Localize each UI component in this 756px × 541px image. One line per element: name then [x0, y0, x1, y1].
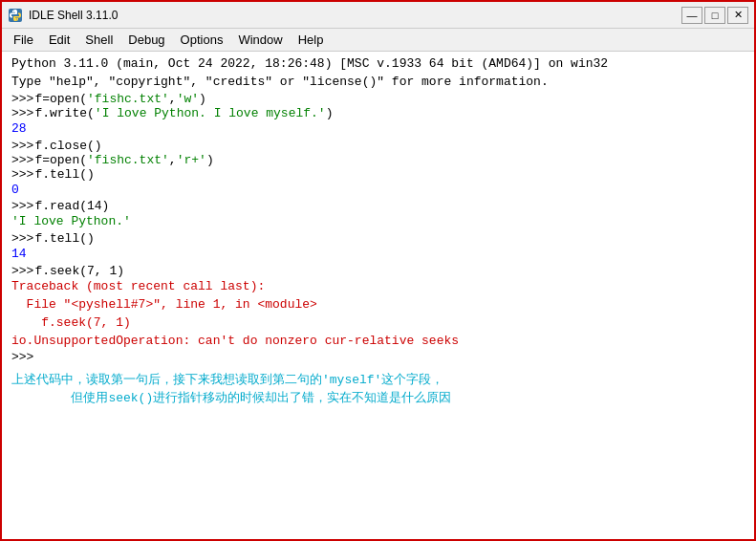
prompt-symbol-8: >>>: [11, 264, 33, 278]
menu-help[interactable]: Help: [291, 32, 332, 48]
prompt-symbol-7: >>>: [11, 231, 33, 246]
menu-file[interactable]: File: [6, 32, 41, 48]
code-3: f.close(): [34, 139, 748, 153]
menu-edit[interactable]: Edit: [41, 32, 77, 48]
shell-content[interactable]: Python 3.11.0 (main, Oct 24 2022, 18:26:…: [2, 52, 754, 539]
menu-debug[interactable]: Debug: [120, 32, 172, 48]
output-14: 14: [11, 246, 748, 264]
prompt-line-1: >>> f=open('fishc.txt','w'): [11, 92, 748, 106]
code-4: f=open('fishc.txt','r+'): [34, 153, 748, 167]
output-string: 'I love Python.': [11, 213, 748, 231]
prompt-line-5: >>> f.tell(): [11, 167, 748, 182]
prompt-symbol-6: >>>: [11, 199, 33, 213]
maximize-button[interactable]: □: [704, 7, 725, 24]
traceback-line3: f.seek(7, 1): [11, 314, 748, 333]
code-empty: [34, 350, 748, 364]
comment-line2: 但使用seek()进行指针移动的时候却出了错，实在不知道是什么原因: [11, 390, 748, 408]
code-6: f.read(14): [34, 199, 748, 213]
traceback-block: Traceback (most recent call last): File …: [11, 278, 748, 350]
prompt-line-3: >>> f.close(): [11, 139, 748, 153]
title-bar-left: IDLE Shell 3.11.0: [8, 8, 118, 23]
python-icon: [8, 8, 23, 23]
intro-line1: Python 3.11.0 (main, Oct 24 2022, 18:26:…: [11, 55, 748, 74]
prompt-line-8: >>> f.seek(7, 1): [11, 264, 748, 278]
prompt-line-2: >>> f.write('I love Python. I love mysel…: [11, 106, 748, 120]
bottom-comment: 上述代码中，读取第一句后，接下来我想读取到第二句的'myself'这个字段， 但…: [11, 372, 748, 408]
window-title: IDLE Shell 3.11.0: [29, 9, 118, 22]
prompt-symbol-3: >>>: [11, 139, 33, 153]
traceback-line4: io.UnsupportedOperation: can't do nonzer…: [11, 333, 748, 351]
prompt-line-4: >>> f=open('fishc.txt','r+'): [11, 153, 748, 167]
traceback-line1: Traceback (most recent call last):: [11, 278, 748, 296]
close-button[interactable]: ✕: [727, 7, 748, 24]
menu-options[interactable]: Options: [173, 32, 231, 48]
minimize-button[interactable]: —: [681, 7, 702, 24]
code-2: f.write('I love Python. I love myself.'): [34, 106, 748, 120]
code-1: f=open('fishc.txt','w'): [34, 92, 748, 106]
prompt-symbol-1: >>>: [11, 92, 33, 106]
prompt-symbol-4: >>>: [11, 153, 33, 167]
code-5: f.tell(): [34, 167, 748, 182]
prompt-line-7: >>> f.tell(): [11, 231, 748, 246]
code-8: f.seek(7, 1): [34, 264, 748, 278]
prompt-symbol-2: >>>: [11, 106, 33, 120]
intro-line2: Type "help", "copyright", "credits" or "…: [11, 74, 748, 92]
main-window: IDLE Shell 3.11.0 — □ ✕ File Edit Shell …: [0, 0, 756, 541]
comment-line1: 上述代码中，读取第一句后，接下来我想读取到第二句的'myself'这个字段，: [11, 372, 748, 390]
output-0: 0: [11, 182, 748, 200]
menu-window[interactable]: Window: [230, 32, 290, 48]
title-bar: IDLE Shell 3.11.0 — □ ✕: [2, 2, 754, 29]
traceback-line2: File "<pyshell#7>", line 1, in <module>: [11, 296, 748, 314]
title-controls: — □ ✕: [681, 7, 748, 24]
menu-bar: File Edit Shell Debug Options Window Hel…: [2, 29, 754, 52]
code-7: f.tell(): [34, 231, 748, 246]
prompt-symbol-5: >>>: [11, 167, 33, 182]
output-28: 28: [11, 120, 748, 139]
menu-shell[interactable]: Shell: [77, 32, 120, 48]
prompt-symbol-empty: >>>: [11, 350, 33, 364]
prompt-line-6: >>> f.read(14): [11, 199, 748, 213]
prompt-line-empty: >>>: [11, 350, 748, 364]
